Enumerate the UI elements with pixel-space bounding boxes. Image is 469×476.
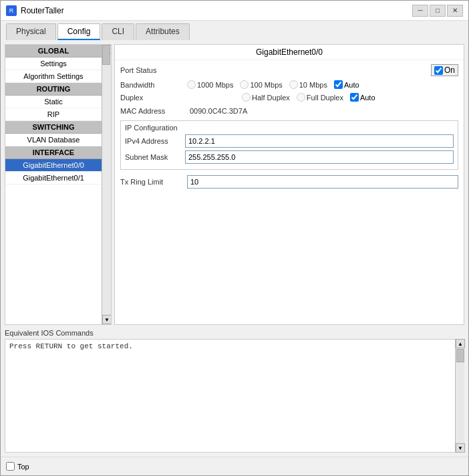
port-status-label: Port Status <box>120 66 187 74</box>
ios-terminal[interactable]: Press RETURN to get started. <box>5 339 464 453</box>
subnet-row: Subnet Mask <box>125 150 454 164</box>
bw-100-radio[interactable] <box>240 80 249 89</box>
section-switching: SWITCHING <box>5 121 102 134</box>
section-interface: INTERFACE <box>5 146 102 159</box>
title-bar: R RouterTaller ─ □ ✕ <box>1 1 468 21</box>
panel-content-wrapper: Port Status On Bandwidth <box>115 60 464 324</box>
ipv4-row: IPv4 Address <box>125 134 454 148</box>
dup-half-radio[interactable] <box>242 93 251 102</box>
dup-auto-checkbox[interactable] <box>350 93 359 102</box>
bandwidth-row: Bandwidth 1000 Mbps 100 Mbps <box>120 80 458 89</box>
dup-auto-label: Auto <box>350 93 375 102</box>
bw-auto-checkbox[interactable] <box>334 80 343 89</box>
scroll-down-arrow[interactable]: ▼ <box>102 315 112 324</box>
ipv4-label: IPv4 Address <box>125 137 185 145</box>
app-icon: R <box>6 5 17 16</box>
top-checkbox-label: Top <box>6 462 29 471</box>
dup-full-label: Full Duplex <box>297 93 343 102</box>
mac-address-label: MAC Address <box>120 107 187 115</box>
ip-config-label: IP Configuration <box>125 124 454 132</box>
tab-bar: Physical Config CLI Attributes <box>1 21 468 40</box>
sidebar-item-static[interactable]: Static <box>5 96 102 108</box>
bandwidth-controls: 1000 Mbps 100 Mbps 10 Mbps <box>187 80 458 89</box>
section-global: GLOBAL <box>5 45 102 57</box>
ios-scroll-thumb[interactable] <box>456 349 464 362</box>
nav-list: GLOBAL Settings Algorithm Settings ROUTI… <box>5 45 102 324</box>
duplex-label: Duplex <box>120 94 187 102</box>
sidebar-item-settings[interactable]: Settings <box>5 57 102 70</box>
port-status-checkbox[interactable] <box>434 66 443 75</box>
minimize-button[interactable]: ─ <box>412 5 428 17</box>
ios-scroll-down[interactable]: ▼ <box>456 443 465 453</box>
tab-cli[interactable]: CLI <box>102 23 134 40</box>
maximize-button[interactable]: □ <box>430 5 446 17</box>
mac-address-row: MAC Address 0090.0C4C.3D7A <box>120 106 458 116</box>
close-button[interactable]: ✕ <box>447 5 463 17</box>
bandwidth-label: Bandwidth <box>120 81 187 89</box>
ipv4-input[interactable] <box>185 134 454 148</box>
bw-100-label: 100 Mbps <box>240 80 282 89</box>
mac-address-controls: 0090.0C4C.3D7A <box>187 106 458 116</box>
tx-ring-input[interactable] <box>187 175 458 189</box>
sidebar-item-algorithm-settings[interactable]: Algorithm Settings <box>5 70 102 83</box>
window-controls: ─ □ ✕ <box>412 5 463 17</box>
left-scrollbar[interactable]: ▲ ▼ <box>102 45 111 324</box>
ios-terminal-wrapper: Press RETURN to get started. ▲ ▼ <box>5 339 464 453</box>
panel-body: Port Status On Bandwidth <box>115 60 464 324</box>
panel-header: GigabitEthernet0/0 <box>115 45 464 60</box>
mac-address-value: 0090.0C4C.3D7A <box>187 106 250 116</box>
tab-attributes[interactable]: Attributes <box>136 23 190 40</box>
bandwidth-radio-group: 1000 Mbps 100 Mbps 10 Mbps <box>187 80 359 89</box>
duplex-controls: Half Duplex Full Duplex Auto <box>187 93 458 102</box>
dup-full-radio[interactable] <box>297 93 305 102</box>
subnet-label: Subnet Mask <box>125 153 185 161</box>
duplex-row: Duplex Half Duplex Full Duplex <box>120 93 458 102</box>
scroll-thumb[interactable] <box>102 45 110 65</box>
sidebar-item-vlan-database[interactable]: VLAN Database <box>5 134 102 146</box>
ios-terminal-content: Press RETURN to get started. <box>9 342 133 350</box>
tab-config[interactable]: Config <box>57 23 101 40</box>
title-bar-left: R RouterTaller <box>6 5 64 16</box>
ios-commands-area: Equivalent IOS Commands Press RETURN to … <box>1 329 468 457</box>
tx-ring-label: Tx Ring Limit <box>120 178 187 186</box>
ios-scroll-up[interactable]: ▲ <box>456 339 465 348</box>
sidebar-item-gigabit0-0[interactable]: GigabitEthernet0/0 <box>5 159 102 172</box>
ios-scrollbar[interactable]: ▲ ▼ <box>455 339 464 453</box>
port-status-on-box: On <box>431 64 458 76</box>
ios-commands-label: Equivalent IOS Commands <box>5 329 464 337</box>
bw-1000-radio[interactable] <box>187 80 196 89</box>
section-routing: ROUTING <box>5 83 102 96</box>
tx-ring-row: Tx Ring Limit <box>120 175 458 189</box>
bw-auto-label: Auto <box>334 80 359 89</box>
sidebar-item-gigabit0-1[interactable]: GigabitEthernet0/1 <box>5 172 102 185</box>
ip-config-section: IP Configuration IPv4 Address Subnet Mas… <box>120 120 458 170</box>
dup-half-label: Half Duplex <box>242 93 290 102</box>
port-status-controls: On <box>187 64 458 76</box>
port-status-on-label: On <box>444 66 455 75</box>
sidebar-item-rip[interactable]: RIP <box>5 108 102 121</box>
bw-1000-label: 1000 Mbps <box>187 80 233 89</box>
bw-10-label: 10 Mbps <box>289 80 327 89</box>
left-panel: GLOBAL Settings Algorithm Settings ROUTI… <box>5 44 112 325</box>
main-content: GLOBAL Settings Algorithm Settings ROUTI… <box>1 40 468 329</box>
left-panel-inner: GLOBAL Settings Algorithm Settings ROUTI… <box>5 45 111 324</box>
right-panel: GigabitEthernet0/0 Port Status On <box>114 44 464 325</box>
tab-physical[interactable]: Physical <box>6 23 56 40</box>
subnet-input[interactable] <box>185 150 454 164</box>
main-window: R RouterTaller ─ □ ✕ Physical Config CLI… <box>0 0 469 476</box>
bw-10-radio[interactable] <box>289 80 298 89</box>
footer: Top <box>1 457 468 475</box>
port-status-row: Port Status On <box>120 64 458 76</box>
window-title: RouterTaller <box>21 6 64 15</box>
duplex-radio-group: Half Duplex Full Duplex Auto <box>242 93 375 102</box>
top-checkbox[interactable] <box>6 462 15 471</box>
